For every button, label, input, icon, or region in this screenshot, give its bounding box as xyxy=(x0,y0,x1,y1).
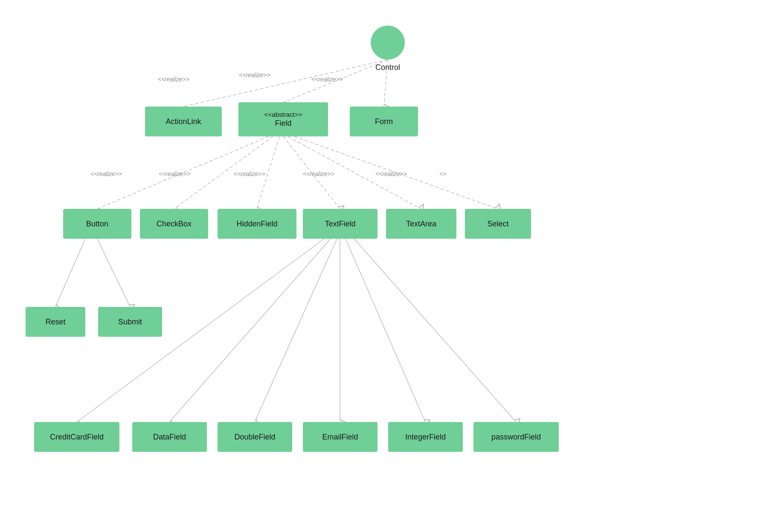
node-creditcardfield: CreditCardField xyxy=(34,422,119,452)
svg-line-9 xyxy=(55,239,85,307)
label-textarea: TextArea xyxy=(406,220,436,228)
label-field: Field xyxy=(275,119,291,128)
node-passwordfield: passwordField xyxy=(473,422,559,452)
svg-line-0 xyxy=(183,60,388,107)
label-reset: Reset xyxy=(45,318,65,327)
node-form: Form xyxy=(350,107,418,136)
label-actionlink: ActionLink xyxy=(166,117,201,126)
label-submit: Submit xyxy=(118,318,142,327)
edge-label-realize7: <<realize>> xyxy=(303,171,334,177)
label-abstract: <<abstract>> xyxy=(264,111,302,118)
node-textfield: TextField xyxy=(303,209,377,239)
edge-label-realize3: <<realize>> xyxy=(311,76,343,83)
edge-label-realize9: <> xyxy=(439,171,446,177)
node-doublefield: DoubleField xyxy=(218,422,292,452)
svg-line-13 xyxy=(255,239,337,422)
label-form: Form xyxy=(375,117,393,126)
edge-label-realize6: <<realize>> xyxy=(234,171,265,177)
node-reset: Reset xyxy=(26,307,85,337)
node-control xyxy=(371,26,405,60)
node-abstract-field: <<abstract>> Field xyxy=(238,102,328,136)
label-creditcardfield: CreditCardField xyxy=(50,433,104,442)
node-emailfield: EmailField xyxy=(303,422,377,452)
svg-line-12 xyxy=(169,239,331,422)
node-actionlink: ActionLink xyxy=(145,107,222,136)
connections-svg xyxy=(0,0,784,532)
label-select: Select xyxy=(487,220,508,228)
label-integerfield: IntegerField xyxy=(405,433,446,442)
label-checkbox: CheckBox xyxy=(157,220,192,228)
edge-label-realize5: <<realize>> xyxy=(159,171,190,177)
label-control: Control xyxy=(371,63,405,72)
diagram-container: <<realize>> <<realize>> <<realize>> <<re… xyxy=(0,0,784,532)
label-doublefield: DoubleField xyxy=(234,433,275,442)
edge-label-realize8: <<realize>> xyxy=(375,171,407,177)
label-emailfield: EmailField xyxy=(322,433,358,442)
label-datafield: DataField xyxy=(153,433,186,442)
node-hiddenfield: HiddenField xyxy=(218,209,296,239)
node-submit: Submit xyxy=(98,307,162,337)
svg-line-15 xyxy=(346,239,425,422)
node-datafield: DataField xyxy=(132,422,207,452)
node-select: Select xyxy=(465,209,531,239)
edge-label-realize4: <<realize>> xyxy=(90,171,122,177)
label-textfield: TextField xyxy=(325,220,355,228)
svg-line-10 xyxy=(97,239,130,307)
label-hiddenfield: HiddenField xyxy=(236,220,277,228)
edge-label-realize2: <<realize>> xyxy=(239,72,270,78)
node-checkbox: CheckBox xyxy=(140,209,208,239)
label-button: Button xyxy=(86,220,108,228)
node-button: Button xyxy=(63,209,131,239)
node-textarea: TextArea xyxy=(386,209,456,239)
node-integerfield: IntegerField xyxy=(388,422,463,452)
edge-label-realize1: <<realize>> xyxy=(158,76,189,83)
label-passwordfield: passwordField xyxy=(491,433,541,442)
svg-line-16 xyxy=(354,239,516,422)
